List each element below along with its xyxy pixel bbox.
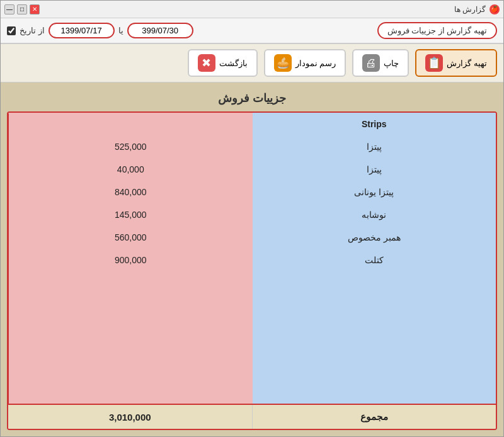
- print-label: چاپ: [384, 59, 399, 68]
- chart-icon: 🥧: [274, 54, 292, 72]
- list-item: پیتزا یونانی: [253, 181, 496, 203]
- list-item: پیتزا: [253, 158, 496, 181]
- back-button[interactable]: ✖ بازگشت: [188, 49, 258, 77]
- from-date-label: از تاریخ: [20, 26, 45, 35]
- from-date-input[interactable]: [49, 23, 115, 38]
- list-item: کتلت: [253, 249, 496, 271]
- table-row: 900,000: [9, 249, 253, 271]
- toolbar: تهیه گزارش از جزییات فروش یا از تاریخ: [1, 18, 503, 44]
- chart-button[interactable]: 🥧 رسم نمودار: [264, 49, 346, 77]
- main-window: 🍎 گزارش ها — □ ✕ تهیه گزارش از جزییات فر…: [0, 0, 504, 437]
- back-label: بازگشت: [219, 59, 248, 68]
- report-title-button[interactable]: تهیه گزارش از جزییات فروش: [377, 22, 497, 39]
- print-button[interactable]: 🖨 چاپ: [352, 49, 409, 77]
- table-row: 145,000: [9, 203, 253, 226]
- window-controls: — □ ✕: [4, 4, 40, 14]
- data-table: Strips پیتزا پیتزا پیتزا یونانی نوشابه ه…: [8, 113, 496, 404]
- separator-label: یا: [118, 26, 123, 35]
- section-title: جزییات فروش: [7, 89, 497, 108]
- total-value: 3,010,000: [109, 412, 151, 423]
- col-right-header: [9, 113, 253, 135]
- col-left-header: Strips: [253, 113, 496, 135]
- date-group: یا از تاریخ: [7, 23, 193, 38]
- list-item: همبر مخصوص: [253, 226, 496, 249]
- footer-row: مجموع 3,010,000: [8, 404, 496, 429]
- maximize-button[interactable]: □: [17, 4, 27, 14]
- footer-items: مجموع: [252, 405, 496, 429]
- total-label: مجموع: [360, 411, 388, 423]
- footer-amount: 3,010,000: [8, 405, 252, 429]
- table-row: 40,000: [9, 158, 253, 181]
- back-icon: ✖: [198, 54, 215, 72]
- action-buttons-bar: 📋 تهیه گزارش 🖨 چاپ 🥧 رسم نمودار ✖ بازگشت: [1, 44, 503, 82]
- minimize-button[interactable]: —: [4, 4, 14, 14]
- title-bar-left: 🍎 گزارش ها: [454, 4, 500, 14]
- list-item: پیتزا: [253, 135, 496, 158]
- close-button[interactable]: ✕: [30, 4, 40, 14]
- list-item: نوشابه: [253, 203, 496, 226]
- main-content: جزییات فروش Strips پیتزا پیتزا پیتزا یون…: [1, 82, 503, 436]
- chart-label: رسم نمودار: [295, 59, 336, 68]
- title-bar: 🍎 گزارش ها — □ ✕: [1, 1, 503, 18]
- table-row: 560,000: [9, 226, 253, 249]
- report-label: تهیه گزارش: [447, 59, 487, 68]
- window-title: گزارش ها: [454, 5, 486, 14]
- table-row: 840,000: [9, 181, 253, 203]
- print-icon: 🖨: [362, 54, 380, 72]
- data-table-wrapper: Strips پیتزا پیتزا پیتزا یونانی نوشابه ه…: [7, 111, 497, 430]
- app-icon: 🍎: [490, 4, 500, 14]
- report-button[interactable]: 📋 تهیه گزارش: [415, 49, 497, 77]
- left-header-text: Strips: [362, 119, 387, 129]
- table-row: 525,000: [9, 135, 253, 158]
- report-icon: 📋: [425, 54, 443, 72]
- col-amounts: 525,000 40,000 840,000 145,000 560,000 9…: [8, 113, 253, 404]
- col-items: Strips پیتزا پیتزا پیتزا یونانی نوشابه ه…: [253, 113, 496, 404]
- date-checkbox[interactable]: [7, 26, 16, 35]
- to-date-input[interactable]: [127, 23, 193, 38]
